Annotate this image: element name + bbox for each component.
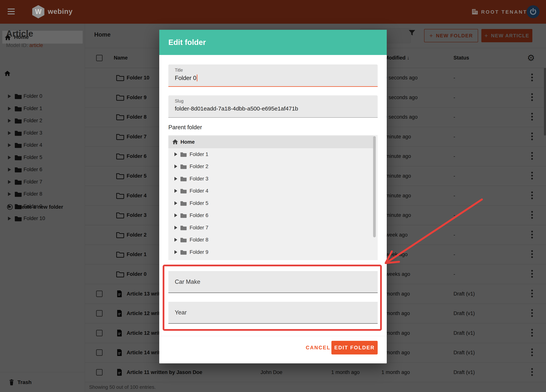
expand-caret-icon[interactable]: [174, 250, 177, 254]
folder-icon: [180, 176, 187, 182]
dialog-footer-divider: [159, 336, 387, 336]
annotation-highlight-rectangle: [163, 265, 382, 331]
dialog-title: Edit folder: [168, 30, 206, 55]
home-icon: [172, 139, 178, 144]
folder-icon: [180, 152, 187, 157]
expand-caret-icon[interactable]: [174, 226, 177, 230]
expand-caret-icon[interactable]: [174, 165, 177, 168]
expand-caret-icon[interactable]: [174, 189, 177, 193]
tree-item-folder-2[interactable]: Folder 2: [168, 160, 373, 173]
root-tenant-label[interactable]: ROOT TENANT: [481, 9, 527, 15]
cancel-button[interactable]: CANCEL: [301, 341, 335, 354]
tree-item-folder-9[interactable]: Folder 9: [168, 246, 373, 258]
folder-icon: [180, 250, 187, 255]
webiny-logo: W: [32, 5, 44, 18]
edit-folder-submit-button[interactable]: EDIT FOLDER: [332, 341, 378, 354]
text-cursor: [197, 75, 197, 81]
tree-item-folder-1[interactable]: Folder 1: [168, 148, 373, 160]
folder-icon: [180, 200, 187, 206]
expand-caret-icon[interactable]: [174, 201, 177, 205]
hamburger-menu-icon[interactable]: [8, 8, 15, 16]
slug-field-label: Slug: [175, 99, 183, 104]
dialog-header: Edit folder: [159, 30, 387, 55]
tree-item-folder-8[interactable]: Folder 8: [168, 234, 373, 246]
title-field-label: Title: [175, 68, 183, 73]
sidebar-home-label: Home: [14, 31, 29, 44]
folder-icon: [180, 188, 187, 194]
building-icon: [472, 9, 478, 14]
tree-scrollbar[interactable]: [373, 136, 376, 237]
slug-field-value: folder-8d01eadd-7a18-4dbb-a500-e695e1af4…: [175, 105, 298, 112]
home-icon: [5, 35, 11, 40]
tree-home-label: Home: [181, 136, 195, 148]
tree-item-folder-5[interactable]: Folder 5: [168, 197, 373, 209]
sidebar-item-home[interactable]: Home: [2, 31, 83, 44]
logout-power-button[interactable]: [527, 5, 540, 18]
webiny-logo-wordmark: webiny: [48, 8, 73, 16]
parent-folder-tree: Home Folder 1 Folder 2 Folder 3 Folder 4: [168, 135, 378, 260]
expand-caret-icon[interactable]: [174, 152, 177, 156]
tree-item-home[interactable]: Home: [168, 136, 373, 148]
folder-icon: [180, 225, 187, 231]
parent-folder-label: Parent folder: [168, 124, 202, 131]
title-field-value: Folder 0: [175, 75, 197, 82]
title-field[interactable]: Title Folder 0: [168, 64, 378, 87]
expand-caret-icon[interactable]: [174, 213, 177, 217]
tree-item-folder-7[interactable]: Folder 7: [168, 222, 373, 234]
expand-caret-icon[interactable]: [174, 238, 177, 242]
page-scrollbar[interactable]: [544, 68, 546, 135]
expand-caret-icon[interactable]: [174, 177, 177, 181]
tree-item-folder-3[interactable]: Folder 3: [168, 173, 373, 185]
tree-item-folder-4[interactable]: Folder 4: [168, 185, 373, 197]
folder-icon: [180, 164, 187, 169]
webiny-logo-mark: W: [32, 5, 44, 18]
slug-field[interactable]: Slug folder-8d01eadd-7a18-4dbb-a500-e695…: [168, 95, 378, 118]
folder-icon: [180, 213, 187, 218]
tree-item-folder-6[interactable]: Folder 6: [168, 209, 373, 221]
power-icon: [529, 8, 537, 16]
app-window: W webiny ROOT TENANT Article Model ID: a…: [0, 0, 546, 392]
folder-icon: [180, 237, 187, 243]
